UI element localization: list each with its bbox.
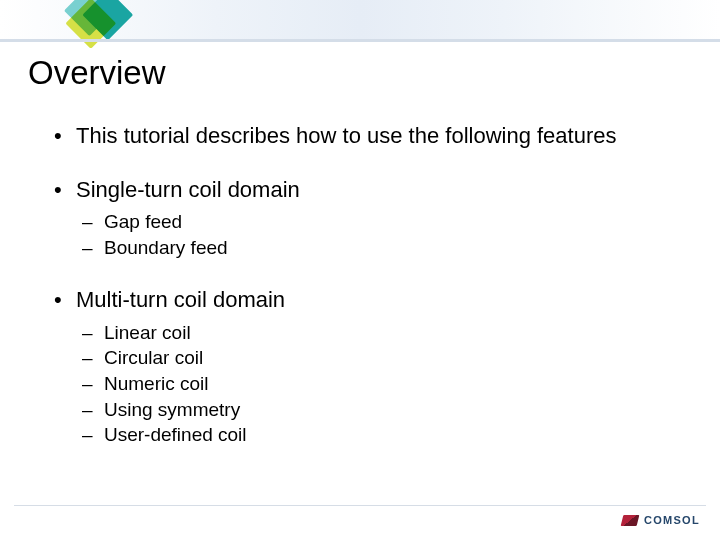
footer-rule <box>14 505 706 506</box>
subbullet: Linear coil <box>76 320 668 346</box>
subbullet: User-defined coil <box>76 422 668 448</box>
subbullet: Boundary feed <box>76 235 668 261</box>
logo-flag-icon <box>621 515 640 526</box>
footer-logo: COMSOL <box>622 514 700 526</box>
subbullet-text: Linear coil <box>104 322 191 343</box>
subbullet: Gap feed <box>76 209 668 235</box>
top-banner <box>0 0 720 42</box>
subbullet-text: Gap feed <box>104 211 182 232</box>
bullet-intro: This tutorial describes how to use the f… <box>48 122 668 150</box>
subbullet: Numeric coil <box>76 371 668 397</box>
bullet-text: Multi-turn coil domain <box>76 287 285 312</box>
subbullet-text: Numeric coil <box>104 373 209 394</box>
slide-title: Overview <box>28 54 166 92</box>
subbullet: Circular coil <box>76 345 668 371</box>
subbullet-text: Circular coil <box>104 347 203 368</box>
subbullet-text: Boundary feed <box>104 237 228 258</box>
logo-chip <box>63 0 138 54</box>
logo-text: COMSOL <box>644 514 700 526</box>
subbullet-text: User-defined coil <box>104 424 247 445</box>
subbullet-text: Using symmetry <box>104 399 240 420</box>
bullet-text: This tutorial describes how to use the f… <box>76 123 617 148</box>
bullet-single: Single-turn coil domain Gap feed Boundar… <box>48 176 668 261</box>
subbullet: Using symmetry <box>76 397 668 423</box>
slide-body: This tutorial describes how to use the f… <box>48 122 668 474</box>
bullet-multi: Multi-turn coil domain Linear coil Circu… <box>48 286 668 448</box>
bullet-text: Single-turn coil domain <box>76 177 300 202</box>
slide: Overview This tutorial describes how to … <box>0 0 720 540</box>
